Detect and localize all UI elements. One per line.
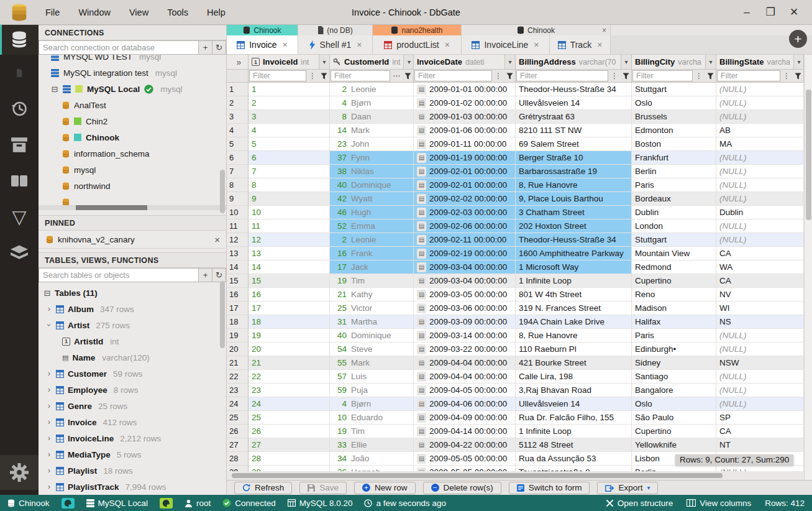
cell-invoicedate[interactable]: ▤2009-03-09 00:00:00 — [414, 315, 516, 329]
cell-billingstate[interactable]: NSW — [716, 356, 804, 370]
cell-customerid[interactable]: 21Kathy — [330, 288, 414, 302]
cell-customerid[interactable]: 2Leonie — [330, 83, 414, 96]
cell-billingcity[interactable]: Edmonton — [632, 124, 716, 137]
cell-billingcity[interactable]: Halifax — [632, 315, 716, 329]
close-tab-icon[interactable]: × — [597, 40, 602, 50]
cell-billingstate[interactable]: CA — [716, 247, 804, 260]
cell-invoicedate[interactable]: ▤2009-04-09 00:00:00 — [414, 411, 516, 425]
cell-customerid[interactable]: 34João — [330, 452, 414, 466]
connections-hscrollbar[interactable] — [39, 205, 226, 210]
cell-customerid[interactable]: 25Victor — [330, 302, 414, 315]
cell-invoiceid[interactable]: 24 — [249, 397, 330, 411]
cell-billingcity[interactable]: Boston — [632, 137, 716, 151]
refresh-tables-button[interactable]: ↻ — [212, 268, 226, 282]
cell-billingcity[interactable]: São Paulo — [632, 411, 716, 425]
table-row[interactable]: 5523John▤2009-01-11 00:00:0069 Salem Str… — [227, 137, 812, 151]
filter-menu-button[interactable]: ⋮ — [307, 70, 318, 82]
cell-invoiceid[interactable]: 12 — [249, 233, 330, 247]
cell-invoicedate[interactable]: ▤2009-05-05 00:00:00 — [414, 466, 516, 471]
cell-customerid[interactable]: 40Dominique — [330, 329, 414, 343]
cell-invoiceid[interactable]: 13 — [249, 247, 330, 260]
rail-item-layers[interactable] — [0, 235, 39, 271]
tab-invoice[interactable]: Invoice× — [227, 35, 298, 54]
cell-customerid[interactable]: 4Bjørn — [330, 96, 414, 110]
filter-input-billingaddress[interactable] — [516, 70, 608, 81]
rail-item-file[interactable] — [0, 55, 39, 91]
cell-invoicedate[interactable]: ▤2009-05-05 00:00:00 — [414, 452, 516, 466]
cell-billingaddress[interactable]: 1 Infinite Loop — [516, 425, 632, 438]
table-row[interactable]: 212155Mark▤2009-04-04 00:00:00421 Bourke… — [227, 356, 812, 370]
cell-invoicedate[interactable]: ▤2009-04-04 00:00:00 — [414, 370, 516, 384]
cell-invoicedate[interactable]: ▤2009-04-05 00:00:00 — [414, 384, 516, 397]
filter-input-billingcity[interactable] — [632, 70, 693, 81]
restore-button[interactable]: ❐ — [761, 4, 780, 21]
cell-billingcity[interactable]: Oslo — [632, 397, 716, 411]
cell-invoiceid[interactable]: 29 — [249, 466, 330, 471]
cell-invoicedate[interactable]: ▤2009-03-04 00:00:00 — [414, 260, 516, 274]
cell-invoicedate[interactable]: ▤2009-04-14 00:00:00 — [414, 425, 516, 438]
cell-billingcity[interactable]: Yellowknife — [632, 438, 716, 452]
cell-invoiceid[interactable]: 25 — [249, 411, 330, 425]
close-tab-icon[interactable]: × — [445, 40, 450, 50]
connection-item[interactable] — [39, 194, 226, 205]
cell-billingcity[interactable]: Stuttgart — [632, 83, 716, 96]
filter-menu-button[interactable]: ⋮ — [609, 70, 620, 82]
table-item[interactable]: ›Customer59 rows — [39, 366, 226, 382]
cell-customerid[interactable]: 14Mark — [330, 124, 414, 137]
cell-billingaddress[interactable]: Rua Dr. Falcão Filho, 155 — [516, 411, 632, 425]
filter-menu-button[interactable]: ⋮ — [693, 70, 705, 82]
add-connection-button[interactable]: + — [199, 40, 212, 55]
tab-shell-1[interactable]: Shell #1× — [298, 35, 373, 54]
table-item[interactable]: ›Employee8 rows — [39, 382, 226, 398]
table-row[interactable]: 181831Martha▤2009-03-09 00:00:00194A Cha… — [227, 315, 812, 329]
table-row[interactable]: 202054Steve▤2009-03-22 00:00:00110 Raebu… — [227, 343, 812, 356]
cell-billingcity[interactable]: Paris — [632, 329, 716, 343]
cell-billingcity[interactable]: Stuttgart — [632, 233, 716, 247]
cell-billingaddress[interactable]: 202 Hoxton Street — [516, 219, 632, 233]
cell-invoicedate[interactable]: ▤2009-04-06 00:00:00 — [414, 397, 516, 411]
cell-customerid[interactable]: 59Puja — [330, 384, 414, 397]
cell-customerid[interactable]: 55Mark — [330, 356, 414, 370]
expand-columns-button[interactable]: » — [227, 55, 249, 70]
chevron-right-icon[interactable]: › — [46, 369, 52, 378]
cell-billingcity[interactable]: Bordeaux — [632, 192, 716, 206]
cell-customerid[interactable]: 46Hugh — [330, 206, 414, 219]
table-row[interactable]: 161621Kathy▤2009-03-05 00:00:00801 W 4th… — [227, 288, 812, 302]
filter-menu-button[interactable]: ⋮ — [781, 70, 792, 82]
cell-billingstate[interactable]: Dublin — [716, 206, 804, 219]
cell-billingaddress[interactable]: 3 Chatham Street — [516, 206, 632, 219]
cell-billingcity[interactable]: London — [632, 219, 716, 233]
cell-invoiceid[interactable]: 5 — [249, 137, 330, 151]
table-item[interactable]: ›MediaType5 rows — [39, 446, 226, 463]
menu-view[interactable]: View — [121, 5, 157, 20]
status-open-structure[interactable]: Open structure — [606, 499, 673, 508]
cell-invoiceid[interactable]: 27 — [249, 438, 330, 452]
tab-productlist[interactable]: productList× — [373, 35, 462, 54]
cell-billingstate[interactable]: (NULL) — [716, 384, 804, 397]
cell-billingaddress[interactable]: Calle Lira, 198 — [516, 370, 632, 384]
status-view-columns[interactable]: View columns — [687, 499, 751, 508]
cell-billingcity[interactable]: Cupertino — [632, 425, 716, 438]
cell-invoiceid[interactable]: 6 — [249, 151, 330, 165]
minimize-button[interactable]: – — [737, 4, 756, 21]
cell-invoicedate[interactable]: ▤2009-01-02 00:00:00 — [414, 96, 516, 110]
column-header-billingstate[interactable]: BillingStatevarcha▾ — [716, 55, 804, 70]
cell-customerid[interactable]: 54Steve — [330, 343, 414, 356]
cell-billingaddress[interactable]: 421 Bourke Street — [516, 356, 632, 370]
cell-billingstate[interactable]: MA — [716, 137, 804, 151]
cell-billingcity[interactable]: Reno — [632, 288, 716, 302]
status-chinook[interactable]: Chinook — [7, 499, 50, 508]
cell-billingaddress[interactable]: 8210 111 ST NW — [516, 124, 632, 137]
cell-billingstate[interactable]: (NULL) — [716, 466, 804, 471]
cell-customerid[interactable]: 8Daan — [330, 110, 414, 124]
cell-customerid[interactable]: 36Hannah — [330, 466, 414, 471]
cell-billingaddress[interactable]: 69 Salem Street — [516, 137, 632, 151]
chevron-right-icon[interactable]: › — [46, 466, 52, 475]
cell-customerid[interactable]: 17Jack — [330, 260, 414, 274]
cell-customerid[interactable]: 40Dominique — [330, 178, 414, 192]
connection-item[interactable]: mysql — [39, 162, 226, 178]
cell-invoicedate[interactable]: ▤2009-03-04 00:00:00 — [414, 274, 516, 288]
connection-item[interactable]: northwind — [39, 178, 226, 194]
cell-billingstate[interactable]: SP — [716, 411, 804, 425]
refresh-button[interactable]: Refresh — [234, 482, 292, 494]
